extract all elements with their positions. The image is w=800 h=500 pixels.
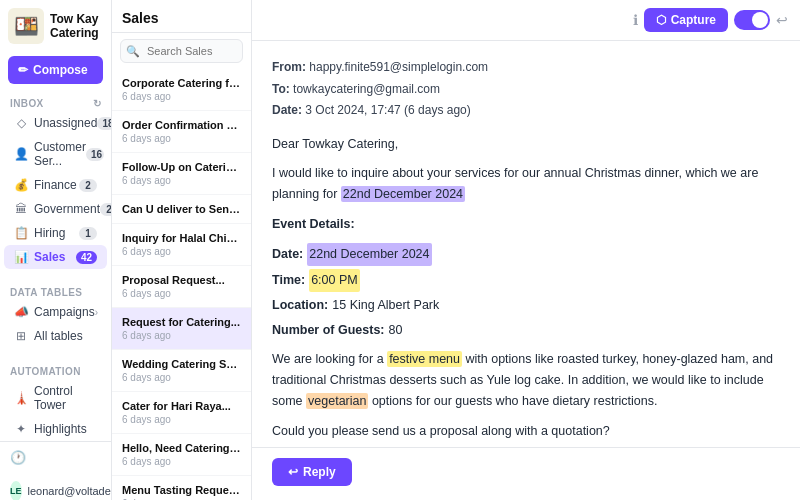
sidebar-icon-government: 🏛 bbox=[14, 202, 28, 216]
event-time-label: Time: bbox=[272, 270, 305, 291]
email-greeting: Dear Towkay Catering, bbox=[272, 134, 780, 155]
email-item-time: 6 days ago bbox=[122, 330, 241, 341]
sidebar: 🍱 Tow Kay Catering ✏ Compose Inbox ↻ ◇ U… bbox=[0, 0, 112, 500]
avatar: LE bbox=[10, 481, 22, 500]
vegetarian-highlight: vegetarian bbox=[306, 393, 368, 409]
email-item-time: 6 days ago bbox=[122, 288, 241, 299]
sidebar-user-item[interactable]: LE leonard@voltade... bbox=[0, 473, 111, 500]
sidebar-item-all-tables[interactable]: ⊞ All tables bbox=[4, 324, 107, 348]
sidebar-icon-all-tables: ⊞ bbox=[14, 329, 28, 343]
from-label: From: bbox=[272, 60, 309, 74]
sidebar-icon-unassigned: ◇ bbox=[14, 116, 28, 130]
email-intro: I would like to inquire about your servi… bbox=[272, 163, 780, 206]
email-item[interactable]: Corporate Catering for... 6 days ago bbox=[112, 69, 251, 111]
sidebar-icon-highlights: ✦ bbox=[14, 422, 28, 436]
event-location-label: Location: bbox=[272, 295, 328, 316]
sidebar-badge-government: 2 bbox=[100, 203, 112, 216]
sidebar-item-sales[interactable]: 📊 Sales 42 bbox=[4, 245, 107, 269]
inbox-section-label: Inbox ↻ bbox=[0, 92, 111, 111]
festive-menu-highlight: festive menu bbox=[387, 351, 462, 367]
email-item[interactable]: Menu Tasting Request for... 6 days ago bbox=[112, 476, 251, 500]
email-items-list: Corporate Catering for... 6 days ago Ord… bbox=[112, 69, 251, 500]
event-date-value: 22nd December 2024 bbox=[307, 243, 431, 266]
sidebar-item-unassigned[interactable]: ◇ Unassigned 18 bbox=[4, 111, 107, 135]
sidebar-data-items: 📣 Campaigns › ⊞ All tables bbox=[0, 300, 111, 348]
sidebar-icon-sales: 📊 bbox=[14, 250, 28, 264]
email-para2: Could you please send us a proposal alon… bbox=[272, 421, 780, 442]
email-item[interactable]: Cater for Hari Raya... 6 days ago bbox=[112, 392, 251, 434]
sidebar-item-hiring[interactable]: 📋 Hiring 1 bbox=[4, 221, 107, 245]
email-item[interactable]: Follow-Up on Catering... 6 days ago bbox=[112, 153, 251, 195]
sidebar-label-control-tower: Control Tower bbox=[34, 384, 97, 412]
event-time-value: 6:00 PM bbox=[309, 269, 360, 292]
sidebar-badge-finance: 2 bbox=[79, 179, 97, 192]
sidebar-badge-customer-ser: 16 bbox=[86, 148, 104, 161]
to-value: towkaycatering@gmail.com bbox=[293, 82, 440, 96]
sidebar-label-unassigned: Unassigned bbox=[34, 116, 97, 130]
email-meta: From: happy.finite591@simplelogin.com To… bbox=[272, 57, 780, 122]
capture-button[interactable]: ⬡ Capture bbox=[644, 8, 728, 32]
event-guests-label: Number of Guests: bbox=[272, 320, 385, 341]
sidebar-item-finance[interactable]: 💰 Finance 2 bbox=[4, 173, 107, 197]
sidebar-inbox-items: ◇ Unassigned 18 👤 Customer Ser... 16 💰 F… bbox=[0, 111, 111, 269]
sidebar-label-sales: Sales bbox=[34, 250, 65, 264]
inbox-sync-icon[interactable]: ↻ bbox=[93, 98, 101, 109]
date-value: 3 Oct 2024, 17:47 (6 days ago) bbox=[305, 103, 470, 117]
email-item-time: 6 days ago bbox=[122, 456, 241, 467]
reply-icon: ↩ bbox=[288, 465, 298, 479]
email-item-time: 6 days ago bbox=[122, 414, 241, 425]
sidebar-item-control-tower[interactable]: 🗼 Control Tower bbox=[4, 379, 107, 417]
email-item[interactable]: Order Confirmation for... 6 days ago bbox=[112, 111, 251, 153]
brand-area: 🍱 Tow Kay Catering bbox=[0, 0, 111, 52]
email-list-title: Sales bbox=[112, 0, 251, 33]
compose-button[interactable]: ✏ Compose bbox=[8, 56, 103, 84]
sidebar-icon-campaigns: 📣 bbox=[14, 305, 28, 319]
sidebar-label-campaigns: Campaigns bbox=[34, 305, 95, 319]
date-label: Date: bbox=[272, 103, 305, 117]
sidebar-item-government[interactable]: 🏛 Government 2 bbox=[4, 197, 107, 221]
email-item-title: Follow-Up on Catering... bbox=[122, 161, 241, 173]
sidebar-label-hiring: Hiring bbox=[34, 226, 65, 240]
email-item[interactable]: Hello, Need Catering for... 6 days ago bbox=[112, 434, 251, 476]
user-label: leonard@voltade... bbox=[28, 485, 112, 497]
brand-icon: 🍱 bbox=[8, 8, 44, 44]
sidebar-item-highlights[interactable]: ✦ Highlights bbox=[4, 417, 107, 441]
email-item-title: Order Confirmation for... bbox=[122, 119, 241, 131]
email-item-title: Request for Catering... bbox=[122, 316, 241, 328]
email-item-title: Can U deliver to Sentosa? bbox=[122, 203, 241, 215]
sidebar-label-customer-ser: Customer Ser... bbox=[34, 140, 86, 168]
reply-button[interactable]: ↩ Reply bbox=[272, 458, 352, 486]
capture-icon: ⬡ bbox=[656, 13, 666, 27]
sidebar-icon-customer-ser: 👤 bbox=[14, 147, 28, 161]
sidebar-automation-items: 🗼 Control Tower ✦ Highlights bbox=[0, 379, 111, 441]
email-item-title: Corporate Catering for... bbox=[122, 77, 241, 89]
email-para1: We are looking for a festive menu with o… bbox=[272, 349, 780, 413]
search-icon: 🔍 bbox=[126, 45, 140, 58]
sidebar-badge-unassigned: 18 bbox=[97, 117, 112, 130]
event-guests-row: Number of Guests: 80 bbox=[272, 320, 780, 341]
email-item-time: 6 days ago bbox=[122, 246, 241, 257]
email-item[interactable]: Inquiry for Halal Chinese... 6 days ago bbox=[112, 224, 251, 266]
email-item-title: Inquiry for Halal Chinese... bbox=[122, 232, 241, 244]
email-list-panel: Sales 🔍 Corporate Catering for... 6 days… bbox=[112, 0, 252, 500]
event-date-row: Date: 22nd December 2024 bbox=[272, 243, 780, 266]
reply-area: ↩ Reply bbox=[252, 447, 800, 500]
email-item[interactable]: Can U deliver to Sentosa? bbox=[112, 195, 251, 224]
back-icon[interactable]: ↩ bbox=[776, 12, 788, 28]
email-item[interactable]: Request for Catering... 6 days ago bbox=[112, 308, 251, 350]
toggle-switch[interactable] bbox=[734, 10, 770, 30]
sidebar-bottom: 🕐 LE leonard@voltade... ⚙ Settings → Sig… bbox=[0, 441, 111, 500]
email-item[interactable]: Wedding Catering Servic... 6 days ago bbox=[112, 350, 251, 392]
email-item-title: Cater for Hari Raya... bbox=[122, 400, 241, 412]
sidebar-clock-item[interactable]: 🕐 bbox=[0, 442, 111, 473]
email-item[interactable]: Proposal Request... 6 days ago bbox=[112, 266, 251, 308]
from-value: happy.finite591@simplelogin.com bbox=[309, 60, 488, 74]
email-item-title: Hello, Need Catering for... bbox=[122, 442, 241, 454]
sidebar-item-customer-ser[interactable]: 👤 Customer Ser... 16 bbox=[4, 135, 107, 173]
sidebar-label-finance: Finance bbox=[34, 178, 77, 192]
sidebar-label-all-tables: All tables bbox=[34, 329, 83, 343]
sidebar-label-government: Government bbox=[34, 202, 100, 216]
info-icon[interactable]: ℹ bbox=[633, 12, 638, 28]
sidebar-item-campaigns[interactable]: 📣 Campaigns › bbox=[4, 300, 107, 324]
sidebar-icon-finance: 💰 bbox=[14, 178, 28, 192]
